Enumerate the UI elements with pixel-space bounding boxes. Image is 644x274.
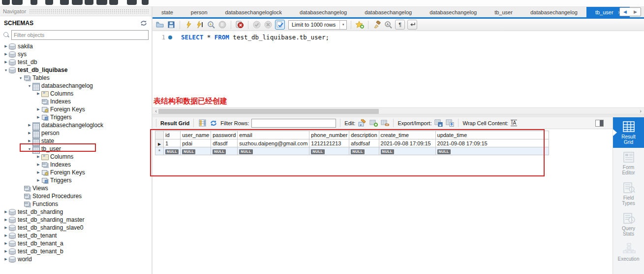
expand-arrow-icon[interactable]: ▶	[35, 163, 41, 167]
refresh-icon[interactable]	[209, 119, 218, 128]
tree-item-tb-user[interactable]: ▼tb_user	[0, 145, 152, 153]
toolbar-icon[interactable]	[127, 0, 137, 5]
tree-item-test-db-tenant[interactable]: ▶test_db_tenant	[0, 232, 152, 240]
collapse-arrow-icon[interactable]: ▼	[27, 84, 32, 88]
refresh-icon[interactable]	[140, 20, 148, 27]
grid-cell[interactable]: 1	[164, 139, 181, 147]
expand-arrow-icon[interactable]: ▶	[3, 226, 9, 230]
tree-item-state[interactable]: ▶state	[0, 137, 152, 145]
filter-objects-input[interactable]	[11, 30, 149, 40]
column-header-email[interactable]: email	[238, 131, 309, 139]
row-selector[interactable]: *	[155, 147, 164, 155]
tree-item-person[interactable]: ▶person	[0, 129, 152, 137]
tree-item-test-db-tenant-a[interactable]: ▶test_db_tenant_a	[0, 240, 152, 247]
grid-data-row[interactable]: ▶ 1 pdai dfasdf suzhou.daipeng@gmail.com…	[155, 139, 549, 147]
expand-arrow-icon[interactable]: ▶	[35, 107, 41, 111]
tab-databasechangeloglock[interactable]: databasechangeloglock	[216, 7, 291, 17]
column-header-password[interactable]: password	[211, 131, 238, 139]
tree-item-test-db-tenant-b[interactable]: ▶test_db_tenant_b	[0, 247, 152, 255]
toggle-stop-on-error-icon[interactable]	[235, 20, 244, 29]
stop-icon[interactable]	[218, 20, 227, 29]
tab-databasechangelog[interactable]: databasechangelog	[521, 7, 586, 17]
tab-person[interactable]: person	[182, 7, 216, 17]
grid-cell[interactable]: 1212121213	[309, 139, 349, 147]
column-header-id[interactable]: id	[164, 131, 181, 139]
expand-arrow-icon[interactable]: ▶	[27, 123, 32, 127]
view-result-grid[interactable]: Result Grid	[613, 117, 644, 148]
grid-cell[interactable]: NULL	[435, 147, 549, 155]
expand-arrow-icon[interactable]: ▶	[3, 218, 9, 222]
expand-arrow-icon[interactable]: ▶	[3, 44, 9, 48]
grid-cell[interactable]: NULL	[211, 147, 238, 155]
tree-item-test-db-sharding-slave0[interactable]: ▶test_db_sharding_slave0	[0, 224, 152, 232]
toolbar-icon[interactable]	[12, 0, 23, 5]
scrollbar-thumb[interactable]	[158, 109, 379, 114]
toolbar-icon[interactable]	[60, 0, 69, 5]
toggle-autocommit-icon[interactable]	[275, 20, 285, 30]
toolbar-icon[interactable]	[96, 0, 107, 5]
grid-cell[interactable]: NULL	[164, 147, 181, 155]
grid-cell[interactable]: NULL	[181, 147, 211, 155]
tree-item-stored-procedures[interactable]: ▶Stored Procedures	[0, 192, 152, 200]
import-grid-icon[interactable]	[445, 119, 454, 128]
view-form-editor[interactable]: Form Editor	[613, 148, 644, 178]
result-grid-table[interactable]: id user_name password email phone_number…	[155, 131, 549, 155]
tree-item-foreign-keys[interactable]: ▶Foreign Keys	[0, 105, 152, 113]
add-row-icon[interactable]	[369, 119, 378, 128]
view-field-types[interactable]: Field Types	[613, 178, 644, 209]
tree-item-indexes[interactable]: ▶Indexes	[0, 161, 152, 169]
toolbar-icon[interactable]	[109, 0, 118, 5]
grid-corner-cell[interactable]	[155, 131, 164, 139]
tree-item-functions[interactable]: ▶Functions	[0, 200, 152, 208]
grid-cell[interactable]: dfasdf	[211, 139, 238, 147]
sql-statement[interactable]: SELECT * FROM test_db_liquibase.tb_user;	[181, 34, 329, 41]
wrap-cell-icon[interactable]: ĪA	[511, 120, 517, 126]
grid-columns-icon[interactable]	[198, 119, 207, 128]
expand-arrow-icon[interactable]: ▶	[27, 139, 32, 143]
tree-item-foreign-keys[interactable]: ▶Foreign Keys	[0, 169, 152, 176]
expand-arrow-icon[interactable]: ▶	[27, 131, 32, 135]
expand-arrow-icon[interactable]: ▶	[3, 241, 9, 245]
column-header-user-name[interactable]: user_name	[181, 131, 211, 139]
grid-cell[interactable]: 2021-09-08 17:09:15	[435, 139, 549, 147]
tab-databasechangelog[interactable]: databasechangelog	[421, 7, 486, 17]
toolbar-icon[interactable]	[31, 0, 37, 5]
grid-cell[interactable]: pdai	[181, 139, 211, 147]
tree-item-triggers[interactable]: ▶Triggers	[0, 176, 152, 184]
grid-cell[interactable]: NULL	[379, 147, 435, 155]
column-header-create-time[interactable]: create_time	[379, 131, 435, 139]
expand-arrow-icon[interactable]: ▶	[3, 234, 9, 238]
export-grid-icon[interactable]	[434, 119, 443, 128]
tab-state[interactable]: state	[153, 7, 182, 17]
toolbar-icon[interactable]	[2, 0, 10, 5]
filter-rows-input[interactable]	[251, 119, 336, 128]
explain-icon[interactable]	[207, 20, 215, 29]
delete-row-icon[interactable]	[380, 119, 389, 128]
show-invisibles-icon[interactable]: ¶	[395, 20, 405, 30]
grid-new-row[interactable]: * NULL NULL NULL NULL NULL NULL NULL NUL…	[155, 147, 549, 155]
tree-item-test-db[interactable]: ▶test_db	[0, 58, 152, 66]
grid-cell[interactable]: 2021-09-08 17:09:15	[379, 139, 435, 147]
rollback-icon[interactable]	[264, 20, 273, 29]
expand-arrow-icon[interactable]: ▶	[3, 249, 9, 253]
toolbar-icon[interactable]	[85, 0, 93, 5]
tab-scroll-left-icon[interactable]: ◀	[623, 9, 627, 14]
tree-item-sakila[interactable]: ▶sakila	[0, 42, 152, 50]
grid-cell[interactable]: NULL	[349, 147, 379, 155]
expand-arrow-icon[interactable]: ▶	[35, 115, 41, 119]
find-icon[interactable]: A	[384, 20, 393, 29]
collapse-arrow-icon[interactable]: ▼	[18, 76, 24, 80]
commit-icon[interactable]	[252, 20, 261, 29]
horizontal-scrollbar[interactable]: ‹ ›	[153, 107, 644, 114]
collapse-arrow-icon[interactable]: ▼	[3, 68, 9, 72]
expand-arrow-icon[interactable]: ▶	[3, 257, 9, 261]
tab-databasechangelog[interactable]: databasechangelog	[356, 7, 421, 17]
grid-cell[interactable]: afsdfsaf	[349, 139, 379, 147]
expand-arrow-icon[interactable]: ▶	[35, 178, 41, 182]
panel-toggle-icon[interactable]	[595, 120, 604, 127]
tree-item-columns[interactable]: ▶Columns	[0, 90, 152, 98]
column-header-update-time[interactable]: update_time	[435, 131, 549, 139]
edit-pencil-icon[interactable]	[358, 119, 367, 128]
toolbar-icon[interactable]	[45, 0, 53, 5]
save-icon[interactable]	[167, 20, 176, 29]
